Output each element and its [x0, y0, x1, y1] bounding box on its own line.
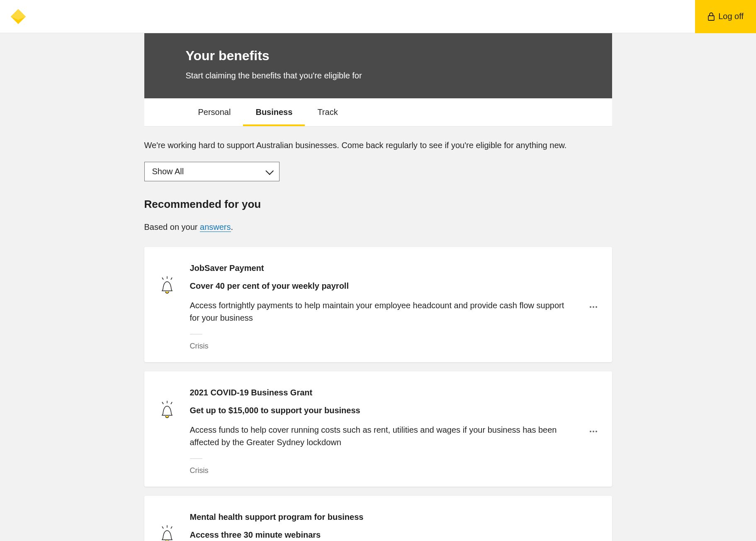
tab-track[interactable]: Track — [305, 98, 350, 126]
card-content: 2021 COVID-19 Business Grant Get up to $… — [190, 388, 575, 475]
logoff-label: Log off — [718, 12, 744, 21]
svg-rect-2 — [708, 16, 714, 20]
bell-icon — [159, 525, 175, 541]
svg-line-11 — [171, 526, 172, 529]
filter-dropdown[interactable]: Show All — [144, 162, 280, 181]
svg-line-9 — [162, 526, 163, 529]
content-area: We're working hard to support Australian… — [144, 127, 612, 541]
more-icon — [590, 431, 597, 432]
card-title: Mental health support program for busine… — [190, 512, 575, 522]
card-description: Access fortnightly payments to help main… — [190, 299, 575, 324]
card-content: Mental health support program for busine… — [190, 512, 575, 541]
hero-section: Your benefits Start claiming the benefit… — [144, 33, 612, 98]
svg-line-3 — [162, 278, 163, 280]
card-menu-button[interactable] — [587, 301, 600, 313]
benefit-card[interactable]: Mental health support program for busine… — [144, 496, 612, 541]
card-menu-button[interactable] — [587, 425, 600, 438]
main-container: Your benefits Start claiming the benefit… — [144, 33, 612, 541]
top-bar: Log off — [0, 0, 756, 33]
benefit-card[interactable]: JobSaver Payment Cover 40 per cent of yo… — [144, 247, 612, 362]
card-icon-container — [157, 512, 177, 541]
benefit-card[interactable]: 2021 COVID-19 Business Grant Get up to $… — [144, 371, 612, 487]
based-on-suffix: . — [231, 222, 233, 232]
intro-text: We're working hard to support Australian… — [144, 127, 612, 162]
card-divider — [190, 458, 202, 459]
card-tag: Crisis — [190, 342, 209, 350]
filter-selected-value: Show All — [152, 167, 184, 176]
svg-line-6 — [162, 402, 163, 404]
logo-container — [0, 8, 27, 25]
card-tag: Crisis — [190, 466, 209, 475]
section-title: Recommended for you — [144, 198, 612, 211]
tab-bar: Personal Business Track — [144, 98, 612, 127]
lock-icon — [707, 12, 715, 21]
tab-business[interactable]: Business — [243, 98, 305, 126]
card-description: Access funds to help cover running costs… — [190, 424, 575, 448]
card-subtitle: Access three 30 minute webinars — [190, 530, 575, 540]
svg-line-5 — [171, 278, 172, 280]
more-icon — [590, 306, 597, 308]
page-subtitle: Start claiming the benefits that you're … — [186, 71, 571, 80]
card-content: JobSaver Payment Cover 40 per cent of yo… — [190, 263, 575, 351]
card-icon-container — [157, 388, 177, 419]
based-on-prefix: Based on your — [144, 222, 200, 232]
based-on-text: Based on your answers. — [144, 222, 612, 232]
card-subtitle: Cover 40 per cent of your weekly payroll — [190, 281, 575, 291]
logoff-button[interactable]: Log off — [695, 0, 756, 33]
card-title: JobSaver Payment — [190, 263, 575, 273]
brand-logo-icon — [10, 8, 27, 25]
tab-personal[interactable]: Personal — [186, 98, 243, 126]
svg-line-8 — [171, 402, 172, 404]
answers-link[interactable]: answers — [200, 222, 231, 232]
card-divider — [190, 334, 202, 334]
chevron-down-icon — [265, 166, 274, 175]
card-subtitle: Get up to $15,000 to support your busine… — [190, 406, 575, 415]
bell-icon — [159, 276, 175, 294]
card-title: 2021 COVID-19 Business Grant — [190, 388, 575, 397]
page-title: Your benefits — [186, 48, 571, 63]
bell-icon — [159, 400, 175, 419]
card-icon-container — [157, 263, 177, 294]
